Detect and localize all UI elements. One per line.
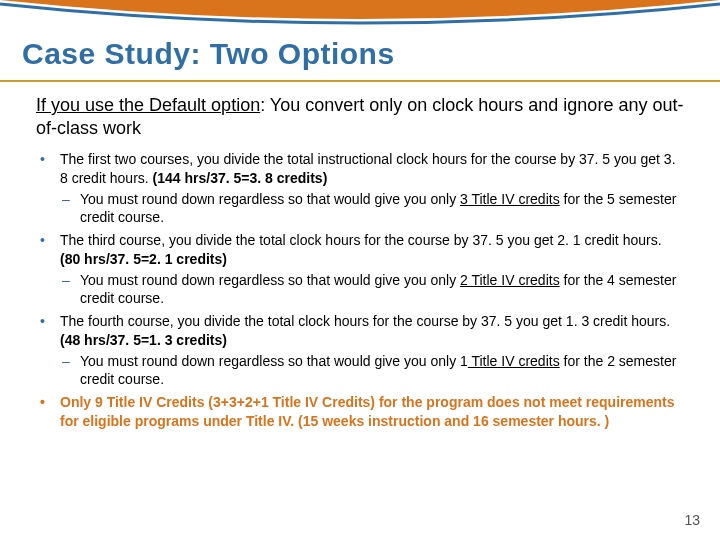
- bullet-calc: (144 hrs/37. 5=3. 8 credits): [153, 170, 328, 186]
- sub-item: You must round down regardless so that w…: [60, 190, 684, 228]
- bullet-text: The fourth course, you divide the total …: [60, 313, 670, 329]
- title-rule: [0, 80, 720, 82]
- bullet-calc: (48 hrs/37. 5=1. 3 credits): [60, 332, 227, 348]
- slide-body: If you use the Default option: You conve…: [36, 94, 684, 435]
- header-arc: [0, 0, 720, 28]
- slide-title: Case Study: Two Options: [22, 37, 698, 71]
- sub-list: You must round down regardless so that w…: [60, 271, 684, 309]
- sub-item: You must round down regardless so that w…: [60, 352, 684, 390]
- bullet-item: The first two courses, you divide the to…: [36, 150, 684, 227]
- sub-list: You must round down regardless so that w…: [60, 190, 684, 228]
- intro-text: If you use the Default option: You conve…: [36, 94, 684, 140]
- slide: Case Study: Two Options If you use the D…: [0, 0, 720, 540]
- sub-list: You must round down regardless so that w…: [60, 352, 684, 390]
- sub-item: You must round down regardless so that w…: [60, 271, 684, 309]
- bullet-summary: Only 9 Title IV Credits (3+3+2+1 Title I…: [36, 393, 684, 431]
- bullet-item: The fourth course, you divide the total …: [36, 312, 684, 389]
- bullet-calc: (80 hrs/37. 5=2. 1 credits): [60, 251, 227, 267]
- title-band: Case Study: Two Options: [0, 37, 720, 71]
- bullet-item: The third course, you divide the total c…: [36, 231, 684, 308]
- page-number: 13: [684, 512, 700, 528]
- intro-underlined: If you use the Default option: [36, 95, 260, 115]
- bullet-list: The first two courses, you divide the to…: [36, 150, 684, 431]
- bullet-text: The third course, you divide the total c…: [60, 232, 662, 248]
- arc-svg: [0, 0, 720, 28]
